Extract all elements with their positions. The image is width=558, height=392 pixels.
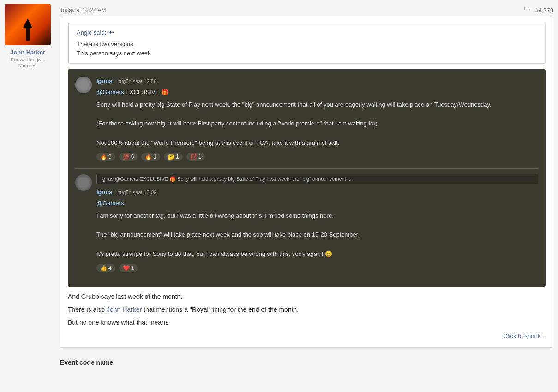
page-wrapper: John Harker Knows things... Member Today… (0, 0, 558, 392)
user-name: John Harker (10, 49, 45, 56)
user-role: Member (18, 63, 37, 68)
embed-username-1: Ignus (96, 77, 113, 84)
embed-reactions-2: 👍 4 ❤️ 1 (96, 264, 538, 272)
quote-text: There is two versions This person says n… (77, 40, 538, 58)
embed-content-1: Ignus bugün saat 12:56 @Gamers EXCLUSIVE… (96, 77, 538, 161)
quote-author: Angie said: (77, 29, 106, 36)
embed-divider (75, 168, 538, 169)
post-actions: ⮡ #4,779 (524, 6, 553, 14)
post-body: And Grubb says last week of the month. T… (68, 291, 546, 328)
quote-header: Angie said: ↩ (77, 29, 538, 36)
body-line-2-prefix: There is also (68, 306, 107, 313)
embed-username-2: Ignus (96, 189, 113, 196)
shrink-link[interactable]: Click to shrink... (503, 333, 546, 339)
embed-reactions-1: 🔥 9 💯 6 🔥 1 🤔 1 ⁉️ 1 (96, 153, 538, 161)
body-line-1: And Grubb says last week of the month. (68, 293, 182, 300)
embed-reply-preview: Ignus @Gamers EXCLUSIVE 🎁 Sony will hold… (96, 174, 538, 184)
embed-body-1: Sony will hold a pretty big State of Pla… (96, 100, 538, 148)
embed-tag-2: @Gamers (96, 199, 538, 208)
share-icon[interactable]: ⮡ (524, 6, 530, 14)
avatar (5, 4, 51, 45)
body-line-3: But no one knows what that means (68, 319, 168, 326)
embedded-screenshot: Ignus bugün saat 12:56 @Gamers EXCLUSIVE… (68, 69, 546, 287)
post-header: Today at 10:22 AM ⮡ #4,779 (60, 0, 553, 18)
reaction-100: 💯 6 (119, 153, 138, 161)
post-container: Angie said: ↩ There is two versions This… (60, 18, 553, 348)
user-subtitle: Knows things... (11, 57, 45, 62)
embed-post-2: Ignus @Gamers EXCLUSIVE 🎁 Sony will hold… (75, 174, 538, 272)
reaction-think: 🤔 1 (164, 153, 183, 161)
embed-avatar-1 (75, 77, 92, 93)
embed-tag-exclusive-1: @Gamers EXCLUSIVE 🎁 (96, 88, 538, 97)
reaction-fire: 🔥 9 (96, 153, 115, 161)
post-footer-label: Event code name (60, 351, 553, 370)
reaction-fire2: 🔥 1 (141, 153, 160, 161)
quote-line-2: This person says next week (77, 49, 538, 58)
reaction-thumbs: 👍 4 (96, 264, 115, 272)
quote-line-1: There is two versions (77, 40, 538, 49)
john-harker-link[interactable]: John Harker (107, 306, 142, 313)
main-content: Today at 10:22 AM ⮡ #4,779 Angie said: ↩… (55, 0, 558, 392)
body-line-2-suffix: that mentions a "Royal" thing for the en… (142, 306, 299, 313)
embed-avatar-2 (75, 174, 92, 191)
embed-meta-2: bugün saat 13:09 (117, 190, 156, 195)
reaction-heart: ❤️ 1 (119, 264, 138, 272)
embed-exclusive-text-1: EXCLUSIVE 🎁 (126, 89, 168, 95)
embed-tag-1: @Gamers (96, 89, 124, 95)
reply-icon: ↩ (109, 29, 114, 36)
post-number: #4,779 (535, 7, 553, 14)
reaction-interrobang: ⁉️ 1 (186, 153, 205, 161)
quote-block: Angie said: ↩ There is two versions This… (68, 23, 546, 64)
embed-body-2: I am sorry for another tag, but i was a … (96, 211, 538, 259)
post-timestamp: Today at 10:22 AM (60, 7, 106, 13)
embed-post-1: Ignus bugün saat 12:56 @Gamers EXCLUSIVE… (75, 77, 538, 161)
embed-content-2: Ignus @Gamers EXCLUSIVE 🎁 Sony will hold… (96, 174, 538, 272)
embed-meta-1: bugün saat 12:56 (117, 78, 156, 84)
embed-header-1: Ignus bugün saat 12:56 (96, 77, 538, 85)
embed-mention-2: @Gamers (96, 200, 124, 207)
shrink-button-container: Click to shrink... (68, 332, 546, 340)
embed-header-2: Ignus bugün saat 13:09 (96, 188, 538, 196)
sidebar: John Harker Knows things... Member (0, 0, 55, 392)
